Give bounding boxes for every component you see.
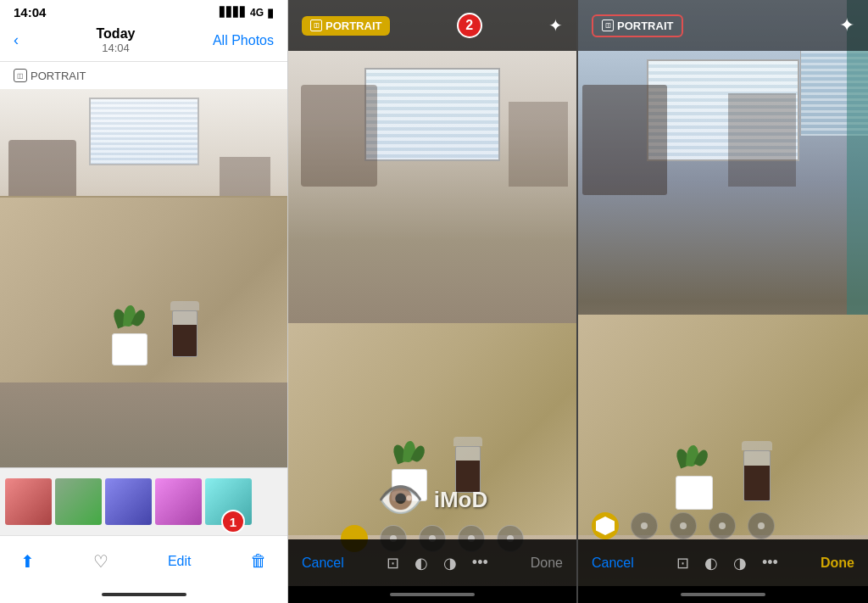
p3-light-option-3[interactable]	[670, 512, 697, 539]
p2-home-indicator	[288, 586, 576, 603]
portrait-text: PORTRAIT	[31, 70, 86, 82]
favorite-button[interactable]: ♡	[93, 551, 108, 572]
panel2-photo: 👁️ iMoD	[288, 0, 576, 603]
thumb-1[interactable]	[5, 478, 52, 525]
panel-1: 14:04 ▋▋▋▋ 4G ▮ ‹ Today 14:04 All Photos…	[0, 0, 288, 603]
p2-edit-icons: ⊡ ◐ ◑ •••	[387, 554, 488, 572]
p3-more-icon[interactable]: •••	[762, 554, 778, 572]
step-badge-2: 2	[457, 13, 482, 38]
p2-window	[364, 68, 500, 161]
p2-filter-icon[interactable]: ◑	[443, 554, 457, 572]
p3-bg-chair	[728, 93, 796, 187]
signal-icon: ▋▋▋▋	[220, 7, 247, 18]
p3-filter-icon[interactable]: ◑	[733, 554, 747, 572]
portrait-small-icon: ◫	[14, 69, 27, 82]
panel3-photo	[578, 0, 868, 603]
p3-cancel-button[interactable]: Cancel	[592, 556, 634, 571]
panel-2: 👁️ iMoD ◫ PORTRAIT	[288, 0, 578, 603]
p3-dot-3	[680, 522, 687, 529]
p3-plant-leaves	[676, 444, 713, 476]
pot-body	[112, 333, 147, 366]
p3-edit-icons: ⊡ ◐ ◑ •••	[676, 554, 778, 572]
p3-light-option-1[interactable]	[592, 512, 619, 539]
p3-cup-liquid	[744, 466, 770, 500]
p2-bg-furniture	[301, 85, 377, 187]
p3-teal-curtain	[847, 0, 868, 362]
cup-liquid	[173, 325, 197, 356]
drink-element	[172, 301, 199, 357]
imod-content: 👁️ iMoD	[377, 481, 488, 518]
p3-edit-bottom: Cancel ⊡ ◐ ◑ ••• Done	[578, 539, 868, 603]
imod-text: iMoD	[434, 487, 488, 513]
p3-drink	[743, 441, 772, 501]
p3-home-indicator	[578, 586, 868, 603]
delete-button[interactable]: 🗑	[250, 551, 267, 571]
thumb-4[interactable]	[155, 478, 202, 525]
p2-done-button[interactable]: Done	[531, 556, 563, 571]
p3-wand-icon[interactable]: ✦	[839, 14, 854, 36]
thumb-2[interactable]	[55, 478, 102, 525]
p2-home-bar	[390, 593, 475, 596]
portrait-label: ◫ PORTRAIT	[0, 62, 287, 89]
plant-element	[112, 304, 147, 366]
imod-watermark: 👁️ iMoD	[377, 481, 488, 518]
p3-adjust-icon[interactable]: ◐	[704, 554, 718, 572]
p3-cup-lid	[742, 441, 772, 450]
p3-pot-body	[676, 476, 713, 510]
window-element	[89, 98, 199, 165]
p3-cup-body	[743, 450, 771, 501]
p3-dot-2	[641, 522, 648, 529]
photo-toolbar: ⬆ ♡ Edit 🗑 1	[0, 535, 287, 586]
status-bar: 14:04 ▋▋▋▋ 4G ▮	[0, 0, 287, 23]
p3-dot-4	[719, 522, 726, 529]
thumb-3[interactable]	[105, 478, 152, 525]
cup-lid	[170, 301, 199, 310]
portrait-badge-filled[interactable]: ◫ PORTRAIT	[302, 16, 390, 36]
nav-title: Today 14:04	[97, 26, 136, 54]
battery-icon: ▮	[267, 6, 274, 20]
p2-top-bar: ◫ PORTRAIT 2 ✦	[288, 0, 576, 51]
p2-cup-lid	[453, 437, 482, 446]
p3-cup-straw	[760, 450, 762, 451]
all-photos-button[interactable]: All Photos	[213, 33, 274, 48]
nav-title-main: Today	[97, 26, 136, 42]
back-button[interactable]: ‹	[14, 31, 19, 49]
edit-button[interactable]: Edit	[168, 554, 192, 569]
portrait-badge-outlined[interactable]: ◫ PORTRAIT	[592, 14, 683, 37]
p2-edit-toolbar: Cancel ⊡ ◐ ◑ ••• Done	[288, 539, 576, 586]
p2-cup-straw	[471, 446, 474, 447]
portrait-badge-label: PORTRAIT	[326, 20, 381, 32]
main-photo[interactable]	[0, 89, 287, 467]
p2-adjust-icon[interactable]: ◐	[415, 554, 428, 572]
nav-bar: ‹ Today 14:04 All Photos	[0, 23, 287, 62]
p3-light-hex	[596, 516, 615, 535]
p3-light-option-5[interactable]	[748, 512, 775, 539]
status-time: 14:04	[14, 5, 46, 20]
p2-cancel-button[interactable]: Cancel	[302, 556, 344, 571]
p3-crop-icon[interactable]: ⊡	[676, 554, 689, 572]
p3-bg-furniture	[582, 85, 667, 195]
home-bar-1	[102, 593, 186, 596]
p3-done-button[interactable]: Done	[821, 556, 854, 571]
p3-lighting-selector	[592, 512, 775, 539]
portrait-outlined-icon: ◫	[602, 20, 614, 31]
p3-top-bar: ◫ PORTRAIT ✦	[578, 0, 868, 51]
p3-light-option-4[interactable]	[709, 512, 736, 539]
home-indicator-1	[0, 586, 287, 603]
share-button[interactable]: ⬆	[20, 551, 35, 572]
p3-dot-5	[758, 522, 765, 529]
p2-crop-icon[interactable]: ⊡	[387, 554, 399, 572]
p3-edit-toolbar: Cancel ⊡ ◐ ◑ ••• Done	[578, 539, 868, 586]
p3-table	[578, 315, 868, 535]
p3-light-option-2[interactable]	[631, 512, 658, 539]
nav-title-sub: 14:04	[97, 42, 136, 54]
portrait-outlined-label: PORTRAIT	[617, 20, 673, 32]
imod-icon: 👁️	[377, 481, 424, 518]
portrait-badge-icon: ◫	[310, 20, 322, 31]
step-badge-1: 1	[221, 510, 245, 533]
p3-plant	[676, 444, 713, 510]
wand-icon[interactable]: ✦	[548, 15, 563, 36]
window-blind	[91, 99, 198, 164]
p2-edit-bottom: Cancel ⊡ ◐ ◑ ••• Done	[288, 539, 576, 603]
p2-more-icon[interactable]: •••	[472, 554, 488, 572]
